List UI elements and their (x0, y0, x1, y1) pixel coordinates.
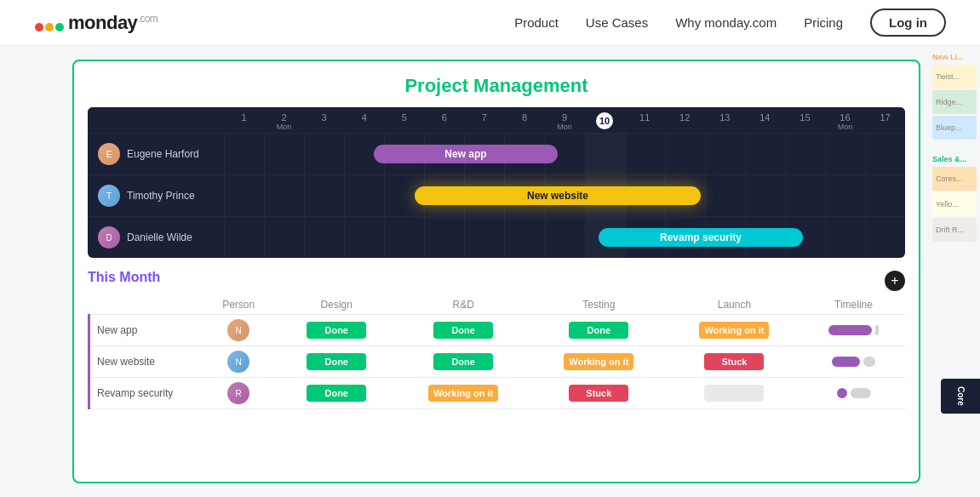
gantt-date-cell: 13 (705, 107, 745, 133)
gantt-date-cell: 4 (344, 107, 384, 133)
gantt-date-cell: 15 (785, 107, 825, 133)
project-card: Project Management 12Mon3456789Mon101112… (72, 60, 920, 483)
svg-point-2 (55, 23, 64, 31)
gantt-person: DDanielle Wilde (88, 220, 224, 255)
gantt-col-lines (224, 217, 905, 258)
timeline-bar (807, 325, 900, 335)
gantt-date-cell: 2Mon (264, 107, 304, 133)
status-badge: Done (433, 322, 493, 339)
col-person: Person (200, 295, 278, 315)
status-badge: Done (569, 322, 628, 339)
status-badge: Stuck (569, 385, 628, 402)
gantt-date-cell: 14 (745, 107, 785, 133)
row-design: Done (278, 346, 396, 378)
timeline-bar (807, 388, 900, 398)
row-design: Done (278, 315, 396, 346)
gantt-row: DDanielle WildeRevamp security (88, 216, 905, 258)
row-avatar: R (200, 378, 278, 409)
timeline-bar (807, 357, 900, 367)
gantt-date-cell: 9Mon (545, 107, 585, 133)
main-header: monday.com Product Use Cases Why monday.… (0, 0, 980, 46)
row-avatar: N (200, 346, 278, 378)
status-badge: Done (307, 322, 366, 339)
gantt-chart: 12Mon3456789Mon10111213141516Mon17 EEuge… (88, 107, 905, 258)
gantt-bar: New app (374, 145, 558, 163)
center-panel: Project Management 12Mon3456789Mon101112… (64, 46, 929, 497)
status-badge: Working on it (699, 322, 769, 339)
gantt-label-col (88, 107, 224, 133)
logo-com: .com (137, 12, 158, 24)
col-name (89, 295, 200, 315)
project-table: Person Design R&D Testing Launch Timelin… (88, 295, 905, 409)
right-sidebar: New Li... Twist... Ridge... Bluep... Sal… (929, 46, 980, 497)
main-nav: Product Use Cases Why monday.com Pricing… (514, 9, 946, 37)
gantt-bar: Revamp security (599, 228, 803, 247)
row-name: New website (89, 346, 200, 378)
sidebar-item-2-text: Ridge... (936, 98, 962, 106)
gantt-bars-area: New website (224, 175, 905, 216)
status-badge: Working on it (564, 353, 633, 370)
monday-logo-icon (34, 13, 65, 33)
gantt-date-cell: 10 (585, 107, 625, 133)
sidebar-section-1: New Li... Twist... Ridge... Bluep... (929, 53, 980, 141)
logo-text: monday.com (68, 12, 158, 34)
row-testing: Done (531, 315, 667, 346)
sidebar-item-3: Bluep... (932, 116, 977, 140)
row-rd: Done (396, 346, 531, 378)
login-button[interactable]: Log in (870, 9, 946, 37)
gantt-date-cell: 3 (304, 107, 344, 133)
gantt-date-cell: 16Mon (825, 107, 865, 133)
gantt-date-cell: 11 (625, 107, 665, 133)
add-button[interactable]: + (885, 271, 905, 291)
sidebar-item-3-text: Bluep... (936, 123, 962, 132)
sidebar-item-5: Yello... (932, 192, 977, 216)
sidebar-item-4: Cores... (932, 167, 977, 191)
col-timeline: Timeline (802, 295, 905, 315)
nav-product[interactable]: Product (514, 15, 559, 30)
row-name: New app (89, 315, 200, 346)
gantt-col-lines (224, 134, 905, 174)
timeline-track (851, 388, 871, 398)
avatar: D (98, 226, 120, 248)
timeline-progress (828, 325, 872, 335)
row-testing: Stuck (531, 378, 667, 409)
table-row: New appNDoneDoneDoneWorking on it (89, 315, 906, 346)
col-testing: Testing (531, 295, 667, 315)
row-launch: Stuck (667, 346, 802, 378)
table-section: This Month + Person Design R&D Testing L… (88, 270, 905, 409)
gantt-date-cell: 17 (865, 107, 905, 133)
nav-pricing[interactable]: Pricing (804, 15, 843, 30)
status-badge: Working on it (428, 385, 498, 402)
row-testing: Working on it (531, 346, 667, 378)
timeline-track (875, 325, 880, 335)
table-header-row: This Month + (88, 270, 905, 292)
person-name: Danielle Wilde (127, 231, 192, 243)
nav-use-cases[interactable]: Use Cases (586, 15, 648, 30)
svg-point-1 (45, 23, 54, 31)
table-row: New websiteNDoneDoneWorking on itStuck (89, 346, 906, 378)
gantt-row: EEugene HarfordNew app (88, 133, 905, 174)
timeline-progress (832, 357, 860, 367)
month-title: This Month (88, 270, 160, 285)
row-name: Revamp security (89, 378, 200, 409)
gantt-person: EEugene Harford (88, 136, 224, 172)
sidebar-item-6: Drift R... (932, 218, 977, 242)
gantt-person: TTimothy Prince (88, 178, 224, 214)
nav-why[interactable]: Why monday.com (675, 15, 777, 30)
table-body: New appNDoneDoneDoneWorking on it New we… (89, 315, 906, 409)
main-content: Project Management 12Mon3456789Mon101112… (0, 46, 980, 497)
table-row: Revamp securityRDoneWorking on itStuck (89, 378, 906, 409)
gantt-body: EEugene HarfordNew appTTimothy PrinceNew… (88, 133, 905, 258)
status-badge (704, 385, 764, 402)
gantt-date-cell: 8 (504, 107, 544, 133)
sidebar-item-1-text: Twist... (936, 72, 960, 81)
row-rd: Working on it (396, 378, 531, 409)
svg-point-0 (35, 23, 43, 31)
row-timeline (802, 315, 905, 346)
sidebar-section-1-label: New Li... (929, 53, 980, 61)
timeline-progress (837, 388, 847, 398)
gantt-date-cell: 7 (464, 107, 504, 133)
sidebar-item-5-text: Yello... (936, 200, 959, 209)
row-design: Done (278, 378, 396, 409)
gantt-date-cell: 6 (424, 107, 464, 133)
